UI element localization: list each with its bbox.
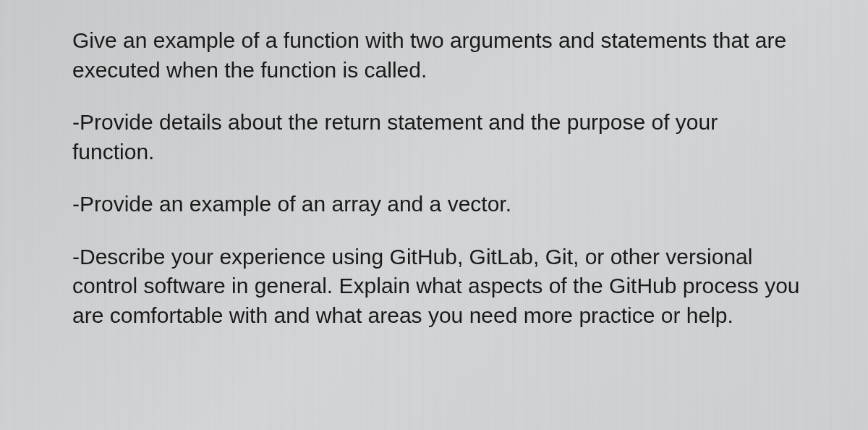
document-content: Give an example of a function with two a… — [72, 26, 803, 330]
paragraph-array-vector: -Provide an example of an array and a ve… — [72, 190, 803, 219]
paragraph-return-statement: -Provide details about the return statem… — [72, 108, 803, 166]
paragraph-github-experience: -Describe your experience using GitHub, … — [72, 243, 803, 331]
paragraph-intro: Give an example of a function with two a… — [72, 26, 803, 85]
